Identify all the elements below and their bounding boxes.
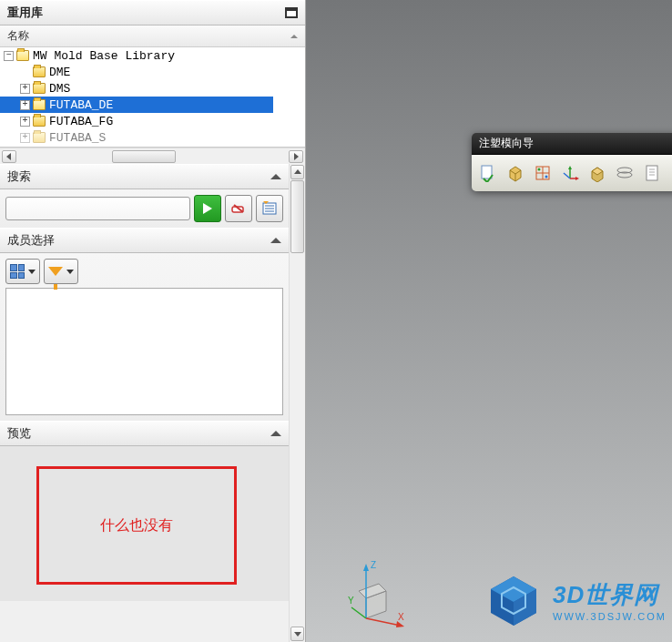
watermark-url: WWW.3DSJW.COM (553, 611, 667, 622)
chevron-down-icon (28, 270, 36, 274)
horizontal-scrollbar[interactable] (0, 148, 305, 164)
search-go-button[interactable] (194, 195, 221, 222)
vertical-scrollbar[interactable] (289, 164, 305, 642)
column-name-label: 名称 (7, 28, 29, 44)
watermark-logo-icon (484, 573, 544, 627)
filter-icon (48, 267, 63, 276)
chevron-up-icon[interactable] (270, 174, 281, 179)
tree-root-label: MW Mold Base Library (33, 49, 175, 63)
svg-marker-1 (294, 153, 299, 160)
svg-line-24 (564, 173, 570, 178)
chevron-down-icon (66, 270, 74, 274)
reuse-library-panel: 重用库 名称 − MW Mold Base Library DME + (0, 0, 306, 642)
expand-icon[interactable]: + (20, 100, 30, 110)
tree-item-label: FUTABA_S (49, 131, 106, 145)
folder-icon (33, 83, 46, 94)
scroll-right-arrow-icon[interactable] (289, 150, 303, 163)
tree-item-dms[interactable]: + DMS (0, 80, 273, 97)
scroll-track[interactable] (16, 150, 289, 163)
scroll-up-arrow-icon[interactable] (290, 165, 304, 179)
search-header[interactable]: 搜索 (0, 164, 289, 189)
tree-column-header[interactable]: 名称 (0, 25, 305, 47)
layers-icon[interactable] (614, 162, 636, 184)
preview-header[interactable]: 预览 (0, 421, 289, 446)
grid-axis-icon[interactable] (532, 162, 554, 184)
watermark-title: 3D世界网 (553, 579, 667, 611)
collapse-icon[interactable]: − (4, 51, 14, 61)
svg-line-40 (366, 618, 401, 626)
svg-text:X: X (398, 612, 404, 622)
search-options-button[interactable] (256, 195, 283, 222)
member-title: 成员选择 (7, 232, 55, 249)
toolbar-body (472, 155, 672, 191)
box-icon[interactable] (504, 162, 526, 184)
scroll-left-arrow-icon[interactable] (2, 150, 16, 163)
tree-item-futaba-s[interactable]: + FUTABA_S (0, 129, 273, 146)
svg-marker-11 (294, 632, 301, 637)
svg-line-43 (351, 607, 366, 618)
svg-text:Z: Z (371, 560, 376, 570)
svg-marker-0 (6, 153, 11, 160)
watermark: 3D世界网 WWW.3DSJW.COM (484, 573, 667, 627)
svg-marker-26 (575, 177, 579, 180)
scroll-thumb[interactable] (290, 180, 304, 253)
search-clear-button[interactable] (225, 195, 252, 222)
tree-item-label: FUTABA_DE (49, 98, 113, 112)
chevron-up-icon[interactable] (270, 431, 281, 436)
page-icon[interactable] (641, 162, 663, 184)
scroll-down-arrow-icon[interactable] (290, 627, 304, 641)
svg-marker-41 (396, 621, 404, 627)
svg-text:Y: Y (348, 596, 354, 606)
tree-item-label: FUTABA_FG (49, 115, 113, 128)
svg-point-20 (538, 168, 541, 171)
preview-area: 什么也没有 (0, 446, 289, 601)
toolbar-title-bar[interactable]: 注塑模向导 (472, 133, 672, 155)
tree-item-label: DME (49, 66, 70, 79)
expand-icon[interactable]: + (20, 117, 30, 127)
eraser-icon (230, 202, 247, 215)
search-title: 搜索 (7, 168, 31, 185)
scroll-track[interactable] (290, 180, 305, 626)
library-tree[interactable]: − MW Mold Base Library DME + DMS + (0, 47, 305, 148)
list-icon (261, 201, 278, 216)
doc-check-icon[interactable] (477, 162, 499, 184)
svg-marker-10 (294, 169, 301, 174)
axis-xyz-icon[interactable] (559, 162, 581, 184)
svg-point-21 (545, 176, 548, 178)
folder-icon (33, 116, 46, 127)
folder-icon (33, 66, 46, 77)
svg-marker-38 (363, 564, 369, 571)
folder-icon (33, 99, 46, 110)
cube-icon[interactable] (586, 162, 608, 184)
member-list[interactable] (5, 288, 283, 415)
maximize-icon[interactable] (285, 7, 298, 18)
folder-icon (16, 50, 29, 61)
chevron-up-icon[interactable] (270, 238, 281, 243)
tree-item-label: DMS (49, 82, 70, 96)
tree-item-dme[interactable]: DME (0, 64, 273, 80)
scroll-thumb[interactable] (112, 150, 176, 163)
member-body (0, 253, 289, 421)
svg-rect-31 (647, 166, 657, 180)
mold-wizard-toolbar[interactable]: 注塑模向导 (472, 133, 672, 191)
preview-title: 预览 (7, 425, 31, 442)
search-body (0, 189, 289, 228)
expand-icon[interactable]: + (20, 84, 30, 94)
folder-icon (33, 132, 46, 143)
tree-item-futaba-fg[interactable]: + FUTABA_FG (0, 113, 273, 129)
search-input[interactable] (5, 197, 190, 220)
tree-root[interactable]: − MW Mold Base Library (0, 47, 273, 64)
preview-annotation-box: 什么也没有 (36, 466, 237, 585)
preview-empty-text: 什么也没有 (100, 516, 173, 535)
expand-icon[interactable]: + (20, 133, 30, 143)
panel-title-bar: 重用库 (0, 0, 305, 25)
panel-title: 重用库 (7, 5, 43, 21)
member-header[interactable]: 成员选择 (0, 228, 289, 253)
graphics-viewport[interactable]: 注塑模向导 (306, 0, 672, 642)
filter-dropdown[interactable] (44, 259, 78, 284)
tree-item-futaba-de[interactable]: + FUTABA_DE (0, 97, 273, 113)
toolbar-title: 注塑模向导 (479, 136, 534, 151)
view-triad-icon: Z X Y (348, 555, 412, 627)
svg-marker-25 (568, 166, 572, 169)
view-mode-dropdown[interactable] (5, 259, 40, 284)
